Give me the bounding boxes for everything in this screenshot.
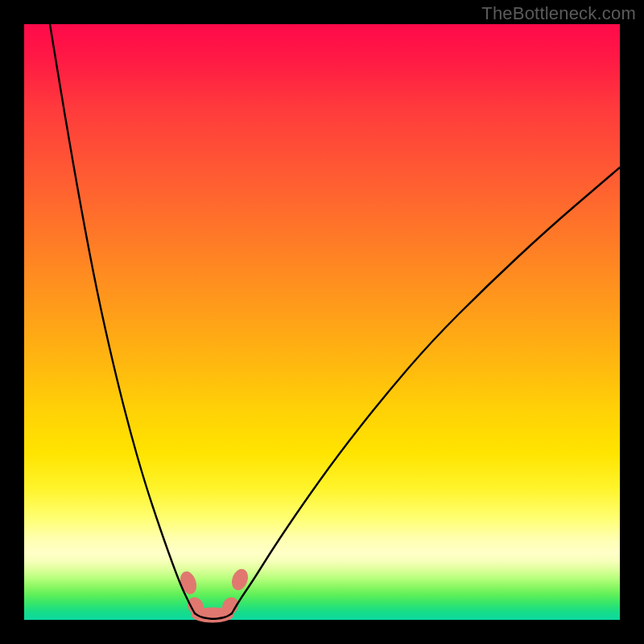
plot-area <box>24 24 620 620</box>
trough-markers <box>178 568 250 622</box>
chart-frame: TheBottleneck.com <box>0 0 644 644</box>
blob-left-upper <box>178 570 199 596</box>
curve-svg <box>24 24 620 620</box>
watermark-text: TheBottleneck.com <box>481 3 636 24</box>
curve-right-branch <box>232 167 620 613</box>
curve-left-branch <box>50 24 195 613</box>
